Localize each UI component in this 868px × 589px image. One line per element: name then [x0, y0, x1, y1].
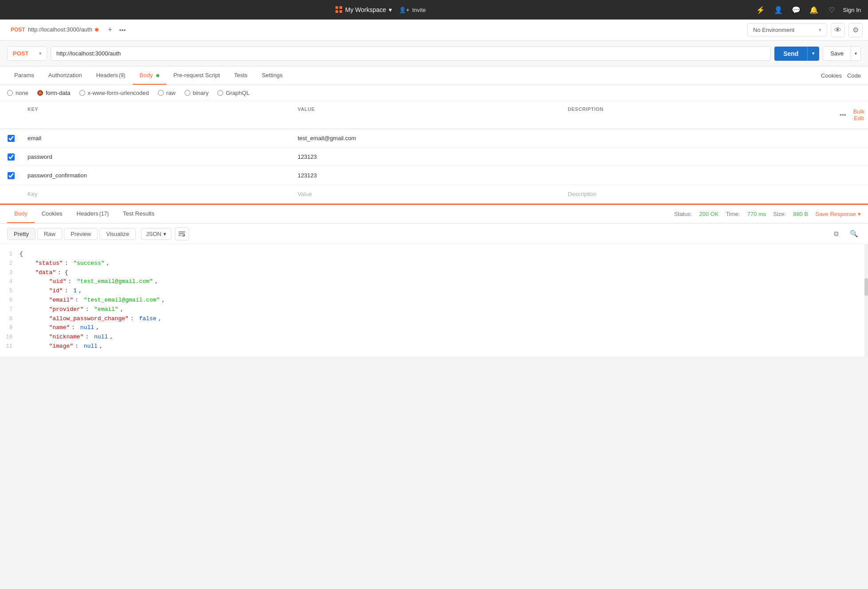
radio-raw[interactable]: raw [158, 90, 176, 96]
empty-value-placeholder[interactable]: Value [292, 187, 563, 201]
row1-value: test_email@gmail.com [292, 131, 563, 145]
row3-actions [832, 172, 868, 179]
response-toolbar-right: ⧉ 🔍 [829, 227, 861, 240]
preview-button[interactable]: Preview [64, 228, 98, 240]
format-value: JSON [146, 231, 162, 237]
format-chevron-icon: ▾ [163, 231, 166, 237]
method-select[interactable]: POST ▾ [7, 46, 47, 61]
raw-button[interactable]: Raw [37, 228, 62, 240]
json-line-1: 1 { [4, 250, 861, 259]
user-icon-btn[interactable]: 👤 [772, 4, 785, 16]
invite-button[interactable]: 👤+ Invite [399, 7, 426, 13]
copy-button[interactable]: ⧉ [829, 227, 843, 240]
method-value: POST [13, 50, 28, 57]
row2-actions [832, 153, 868, 161]
code-link[interactable]: Code [847, 67, 861, 84]
workspace-button[interactable]: My Workspace ▾ [335, 6, 392, 13]
more-tabs-button[interactable]: ••• [116, 24, 129, 36]
radio-none[interactable]: none [7, 90, 28, 96]
tab-authorization[interactable]: Authorization [41, 67, 89, 85]
body-active-dot [156, 74, 159, 77]
response-section: Body Cookies Headers(17) Test Results St… [0, 204, 868, 357]
more-options-button[interactable]: ••• [838, 110, 848, 120]
empty-key-placeholder[interactable]: Key [22, 187, 292, 201]
json-line-3: 3 "data" : { [4, 268, 861, 278]
tab-tests[interactable]: Tests [227, 67, 255, 85]
header-value: VALUE [292, 104, 563, 126]
size-value: 880 B [793, 211, 808, 217]
header-checkbox-col [0, 104, 22, 126]
bulk-edit-button[interactable]: Bulk Edit [850, 106, 868, 123]
wrap-button[interactable] [175, 227, 189, 240]
row3-description [562, 172, 832, 179]
heart-icon-btn[interactable]: ♡ [825, 4, 838, 16]
row3-checkbox-cell [0, 169, 22, 183]
format-select[interactable]: JSON ▾ [141, 228, 171, 240]
chat-icon-btn[interactable]: 💬 [790, 4, 802, 16]
table-row: password_confirmation 123123 [0, 166, 868, 185]
status-value: 200 OK [699, 211, 719, 217]
cookies-link[interactable]: Cookies [821, 67, 842, 84]
response-tab-body[interactable]: Body [7, 205, 35, 223]
table-row: password 123123 [0, 148, 868, 166]
send-btn-group: Send ▾ [774, 47, 819, 61]
row1-checkbox[interactable] [8, 135, 15, 142]
tab-settings[interactable]: Settings [255, 67, 290, 85]
workspace-icon [335, 6, 343, 13]
row3-checkbox[interactable] [8, 172, 15, 179]
json-line-5: 5 "id" : 1 , [4, 287, 861, 296]
tab-bar-right: No Environment ▾ 👁 ⚙ [747, 23, 863, 37]
scrollbar-track[interactable] [864, 244, 868, 357]
json-line-11: 11 "image" : null , [4, 342, 861, 351]
tab-headers[interactable]: Headers(9) [89, 67, 133, 85]
tab-body[interactable]: Body [133, 67, 166, 85]
header-key: KEY [22, 104, 292, 126]
environment-select[interactable]: No Environment ▾ [747, 24, 827, 36]
env-select-label: No Environment [753, 27, 794, 33]
response-toolbar: Pretty Raw Preview Visualize JSON ▾ ⧉ 🔍 [0, 224, 868, 244]
sign-in-button[interactable]: Sign In [843, 7, 861, 13]
save-response-button[interactable]: Save Response ▾ [815, 211, 861, 217]
response-tab-cookies[interactable]: Cookies [35, 205, 70, 223]
row3-value: 123123 [292, 169, 563, 182]
radio-form-data[interactable]: form-data [37, 90, 71, 96]
settings-icon-btn[interactable]: ⚙ [848, 23, 863, 37]
search-button[interactable]: 🔍 [847, 227, 861, 240]
json-line-10: 10 "nickname" : null , [4, 333, 861, 342]
radio-binary[interactable]: binary [185, 90, 209, 96]
send-dropdown-button[interactable]: ▾ [807, 47, 819, 61]
tab-pre-request[interactable]: Pre-request Script [166, 67, 227, 85]
save-button[interactable]: Save [823, 46, 851, 61]
save-dropdown-button[interactable]: ▾ [851, 46, 861, 61]
eye-icon-btn[interactable]: 👁 [831, 23, 845, 37]
wrap-icon [178, 231, 185, 236]
workspace-chevron-icon: ▾ [389, 6, 392, 13]
url-input[interactable] [51, 46, 771, 61]
response-tab-test-results[interactable]: Test Results [116, 205, 162, 223]
empty-description-placeholder[interactable]: Description [562, 187, 832, 201]
json-line-6: 6 "email" : "test_email@gmail.com" , [4, 296, 861, 305]
scrollbar-thumb[interactable] [864, 278, 868, 296]
row1-actions [832, 135, 868, 142]
row2-checkbox[interactable] [8, 153, 15, 161]
form-table: KEY VALUE DESCRIPTION ••• Bulk Edit emai… [0, 101, 868, 204]
time-label: Time: [726, 211, 740, 217]
workspace-label: My Workspace [345, 6, 386, 13]
radio-urlencoded[interactable]: x-www-form-urlencoded [79, 90, 149, 96]
send-button[interactable]: Send [774, 47, 807, 61]
tab-params[interactable]: Params [7, 67, 41, 85]
response-tab-headers[interactable]: Headers(17) [70, 205, 116, 223]
radio-graphql[interactable]: GraphQL [217, 90, 249, 96]
add-tab-button[interactable]: + [104, 24, 116, 36]
table-row: email test_email@gmail.com [0, 129, 868, 148]
lightning-icon-btn[interactable]: ⚡ [754, 4, 767, 16]
visualize-button[interactable]: Visualize [99, 228, 136, 240]
json-line-4: 4 "uid" : "test_email@gmail.com" , [4, 277, 861, 287]
tab-url: http://localhost:3000/auth [28, 26, 92, 33]
request-tab[interactable]: POST http://localhost:3000/auth [5, 20, 104, 40]
bell-icon-btn[interactable]: 🔔 [808, 4, 820, 16]
row3-key: password_confirmation [22, 169, 292, 182]
pretty-button[interactable]: Pretty [7, 228, 36, 240]
tab-method: POST [11, 27, 25, 33]
row2-value: 123123 [292, 150, 563, 164]
